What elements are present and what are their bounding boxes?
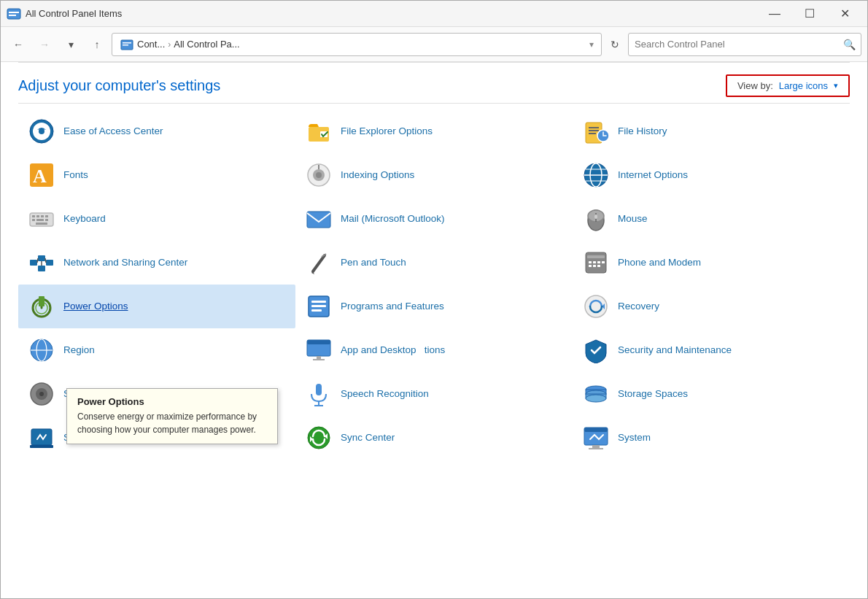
svg-point-8 (39, 128, 44, 134)
grid-item-mail[interactable]: Mail (Microsoft Outlook) (295, 197, 573, 241)
grid-item-indexing-options[interactable]: Indexing Options (295, 153, 573, 197)
grid-item-security-maintenance[interactable]: Security and Maintenance (573, 328, 850, 372)
svg-rect-12 (589, 127, 599, 128)
svg-point-40 (594, 215, 597, 219)
grid-item-sync-center[interactable]: Sync Center (295, 416, 573, 460)
indexing-icon (304, 161, 333, 190)
svg-text:A: A (33, 166, 47, 187)
svg-rect-65 (311, 305, 326, 307)
svg-rect-52 (587, 255, 605, 258)
address-field[interactable]: Cont... › All Control Pa... ▾ (112, 33, 602, 56)
forward-button[interactable]: → (33, 33, 56, 56)
sound-icon (27, 379, 56, 409)
up-button[interactable]: ↑ (85, 33, 109, 56)
grid-item-mouse[interactable]: Mouse (573, 197, 850, 241)
grid-item-power-options[interactable]: Power Options (18, 285, 295, 328)
svg-rect-62 (39, 296, 44, 306)
dropdown-button[interactable]: ▾ (59, 33, 82, 56)
grid-item-network[interactable]: Network and Sharing Center (18, 241, 295, 285)
svg-rect-57 (589, 265, 592, 267)
svg-line-48 (313, 255, 325, 271)
item-label-app-desktop: App and Desktop tions (341, 344, 445, 357)
storage-icon (581, 379, 611, 409)
grid-item-pen-touch[interactable]: Pen and Touch (295, 241, 573, 285)
title-bar: All Control Panel Items — ☐ ✕ (1, 1, 867, 27)
grid-item-fonts[interactable]: AFonts (18, 153, 295, 197)
window: All Control Panel Items — ☐ ✕ ← → ▾ ↑ Co… (0, 0, 868, 599)
back-button[interactable]: ← (7, 33, 30, 56)
system-icon (581, 423, 611, 452)
item-label-ease-of-access: Ease of Access Center (63, 125, 163, 138)
item-label-security-maintenance: Security and Maintenance (618, 344, 732, 357)
item-label-file-history: File History (618, 125, 667, 138)
item-label-storage-spaces: Storage Spaces (618, 387, 688, 401)
refresh-button[interactable]: ↻ (605, 34, 625, 55)
svg-rect-4 (123, 42, 131, 44)
grid-item-phone-modem[interactable]: Phone and Modem (573, 241, 850, 285)
svg-rect-64 (311, 301, 326, 303)
grid-item-region[interactable]: Region (18, 328, 295, 372)
recovery-icon (581, 292, 611, 321)
network-icon (27, 248, 56, 277)
svg-rect-29 (36, 215, 39, 217)
view-by-value[interactable]: Large icons (779, 80, 828, 91)
svg-rect-5 (123, 45, 128, 46)
grid-item-speech-recognition[interactable]: Speech Recognition (295, 372, 573, 416)
item-label-indexing-options: Indexing Options (341, 169, 414, 182)
app-desktop-icon (304, 336, 333, 365)
grid-item-recovery[interactable]: Recovery (573, 285, 850, 328)
file-history-icon (581, 117, 611, 146)
svg-rect-73 (307, 340, 330, 344)
svg-rect-55 (597, 261, 600, 263)
svg-point-78 (39, 392, 44, 396)
grid-item-internet-options[interactable]: Internet Options (573, 153, 850, 197)
fonts-icon: A (27, 161, 56, 190)
item-label-system: System (618, 431, 651, 444)
svg-rect-66 (311, 309, 322, 312)
grid-item-supportassist[interactable]: SupportAssist OS Recovery (18, 416, 295, 460)
close-button[interactable]: ✕ (828, 2, 861, 26)
item-label-internet-options: Internet Options (618, 169, 688, 182)
search-button[interactable]: 🔍 (837, 34, 861, 55)
path-parts: Cont... › All Control Pa... (120, 37, 584, 52)
grid-item-ease-of-access[interactable]: Ease of Access Center (18, 109, 295, 153)
svg-rect-54 (593, 261, 596, 263)
grid-item-system[interactable]: System (573, 416, 850, 460)
svg-rect-43 (46, 260, 53, 266)
item-label-file-explorer-options: File Explorer Options (341, 125, 433, 138)
power-icon (27, 292, 56, 321)
maximize-button[interactable]: ☐ (793, 2, 826, 26)
svg-rect-36 (307, 212, 330, 228)
svg-rect-53 (589, 261, 592, 263)
svg-rect-95 (589, 448, 603, 449)
keyboard-icon (27, 204, 56, 233)
view-by-chevron: ▾ (834, 81, 838, 90)
items-grid: Ease of Access CenterFile Explorer Optio… (18, 109, 850, 460)
minimize-button[interactable]: — (758, 2, 791, 26)
svg-rect-31 (45, 215, 48, 217)
svg-rect-59 (597, 265, 600, 267)
grid-item-file-explorer-options[interactable]: File Explorer Options (295, 109, 573, 153)
view-by-label: View by: (737, 80, 773, 91)
search-input[interactable] (629, 39, 837, 50)
svg-line-45 (37, 258, 38, 263)
folder-check-icon (304, 117, 333, 146)
svg-rect-21 (318, 165, 319, 169)
svg-line-46 (45, 258, 46, 263)
item-label-phone-modem: Phone and Modem (618, 256, 701, 269)
svg-rect-28 (32, 215, 35, 217)
item-label-region: Region (63, 344, 95, 357)
grid-item-file-history[interactable]: File History (573, 109, 850, 153)
svg-rect-35 (36, 223, 47, 225)
phone-icon (581, 248, 611, 277)
svg-rect-58 (593, 265, 596, 267)
grid-item-programs-features[interactable]: Programs and Features (295, 285, 573, 328)
svg-rect-94 (592, 445, 600, 448)
grid-item-sound[interactable]: Sound (18, 372, 295, 416)
grid-item-keyboard[interactable]: Keyboard (18, 197, 295, 241)
grid-item-storage-spaces[interactable]: Storage Spaces (573, 372, 850, 416)
svg-rect-79 (316, 384, 322, 395)
svg-rect-32 (32, 219, 35, 221)
grid-item-app-desktop[interactable]: App and Desktop tions (295, 328, 573, 372)
security-icon (581, 336, 611, 365)
